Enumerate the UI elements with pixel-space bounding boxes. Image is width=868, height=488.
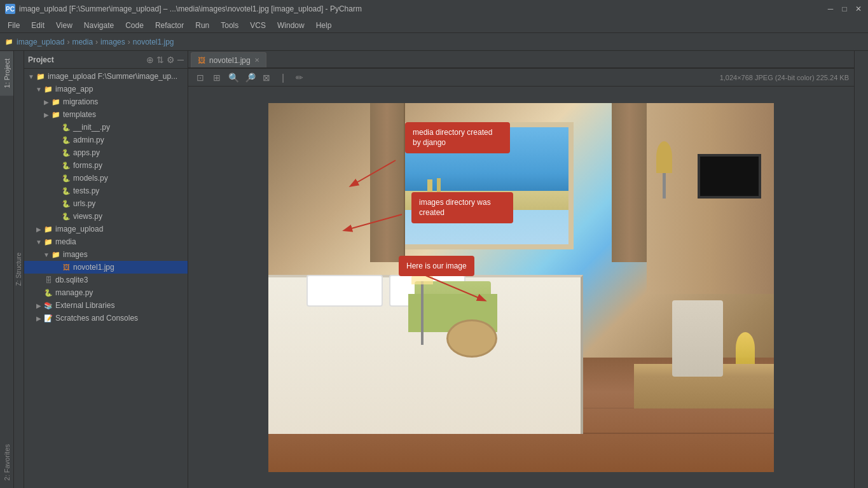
py-icon: 🐍 <box>61 212 71 221</box>
editor-toolbar: ⊡ ⊞ 🔍 🔎 ⊠ | ✏ 1,024×768 JPEG (24-bit col… <box>188 69 854 87</box>
tree-label: views.py <box>73 212 102 221</box>
menu-item-edit[interactable]: Edit <box>26 20 50 31</box>
tree-item-models[interactable]: 🐍 models.py <box>24 172 188 185</box>
py-icon: 🐍 <box>61 174 71 183</box>
py-icon: 🐍 <box>61 199 71 208</box>
tree-item-manage[interactable]: 🐍 manage.py <box>24 286 188 299</box>
settings-icon[interactable]: ⚙ <box>167 55 175 65</box>
side-tab-structure[interactable]: Z: Structure <box>13 245 24 293</box>
tree-item-admin[interactable]: 🐍 admin.py <box>24 134 188 146</box>
hide-icon[interactable]: ─ <box>177 55 184 65</box>
folder-icon: 📁 <box>51 97 61 106</box>
tree-item-images[interactable]: ▼ 📁 images <box>24 248 188 261</box>
hotel-image: media directory created by django images… <box>268 103 774 472</box>
image-viewer: media directory created by django images… <box>188 87 854 488</box>
side-panel-strip: 1: Project 2: Favorites <box>0 51 14 488</box>
tree-item-image-app[interactable]: ▼ 📁 image_app <box>24 83 188 95</box>
close-button[interactable]: ✕ <box>854 4 863 13</box>
tree-label: image_app <box>55 85 93 94</box>
title-bar: PC image_upload [F:\Summer\image_upload]… <box>0 0 868 18</box>
py-icon: 🐍 <box>61 148 71 157</box>
py-icon: 🐍 <box>61 186 71 195</box>
menu-item-tools[interactable]: Tools <box>216 20 244 31</box>
tree-item-templates[interactable]: ▶ 📁 templates <box>24 108 188 121</box>
arrow-icon: ▶ <box>34 226 43 233</box>
tab-bar: 🖼 novotel1.jpg ✕ <box>188 51 854 69</box>
tree-label: urls.py <box>73 199 95 208</box>
tree-item-urls[interactable]: 🐍 urls.py <box>24 197 188 210</box>
tab-novotel[interactable]: 🖼 novotel1.jpg ✕ <box>191 52 266 67</box>
menu-item-view[interactable]: View <box>51 20 78 31</box>
app-icon: PC <box>5 4 15 14</box>
right-strip <box>854 51 868 488</box>
menu-item-run[interactable]: Run <box>190 20 214 31</box>
tree-label: novotel1.jpg <box>73 263 114 272</box>
arrow-icon: ▼ <box>27 73 36 80</box>
py-icon: 🐍 <box>61 123 71 132</box>
sync-icon[interactable]: ⇅ <box>156 55 164 65</box>
tree-label: images <box>63 250 88 259</box>
arrow-icon: ▶ <box>42 99 51 106</box>
maximize-button[interactable]: □ <box>840 4 849 13</box>
project-panel-title: Project <box>28 55 54 64</box>
folder-icon: 📁 <box>43 225 53 234</box>
window-controls: ─ □ ✕ <box>826 4 863 13</box>
menu-item-code[interactable]: Code <box>120 20 149 31</box>
folder-icon: 📁 <box>43 237 53 246</box>
side-tab-project[interactable]: 1: Project <box>0 51 13 95</box>
py-icon: 🐍 <box>61 136 71 144</box>
tree-label: image_upload <box>55 225 103 234</box>
tree-label: admin.py <box>73 136 104 144</box>
tree-item-root[interactable]: ▼ 📁 image_upload F:\Summer\image_up... <box>24 70 188 83</box>
tree-item-media[interactable]: ▼ 📁 media <box>24 235 188 248</box>
menu-item-window[interactable]: Window <box>272 20 310 31</box>
callout-images: images directory was created <box>411 192 513 224</box>
color-picker-button[interactable]: ✏ <box>293 71 307 85</box>
tree-item-migrations[interactable]: ▶ 📁 migrations <box>24 95 188 108</box>
menu-item-vcs[interactable]: VCS <box>245 20 271 31</box>
menu-item-file[interactable]: File <box>3 20 25 31</box>
file-tree: ▼ 📁 image_upload F:\Summer\image_up... ▼… <box>24 69 188 488</box>
py-icon: 🐍 <box>43 288 53 297</box>
breadcrumb-item-1[interactable]: image_upload <box>17 38 64 46</box>
project-panel: Project ⊕ ⇅ ⚙ ─ ▼ 📁 image_upload F:\Summ… <box>24 51 188 488</box>
menu-item-help[interactable]: Help <box>311 20 337 31</box>
tree-item-tests[interactable]: 🐍 tests.py <box>24 185 188 197</box>
tree-item-scratches[interactable]: ▶ 📝 Scratches and Consoles <box>24 312 188 324</box>
tree-item-novotel[interactable]: 🖼 novotel1.jpg <box>24 261 188 274</box>
folder-icon: 📁 <box>51 250 61 259</box>
full-layout: 1: Project 2: Favorites Z: Structure Pro… <box>0 51 868 488</box>
breadcrumb-bar: 📁 image_upload › media › images › novote… <box>0 33 868 51</box>
window-title: image_upload [F:\Summer\image_upload] – … <box>19 4 362 13</box>
fit-page-button[interactable]: ⊠ <box>259 71 273 85</box>
tree-label: migrations <box>63 97 98 106</box>
add-icon[interactable]: ⊕ <box>146 55 154 65</box>
actual-size-button[interactable]: ⊞ <box>210 71 224 85</box>
breadcrumb-item-2[interactable]: media <box>72 38 93 46</box>
tree-item-forms[interactable]: 🐍 forms.py <box>24 159 188 172</box>
menu-item-refactor[interactable]: Refactor <box>150 20 189 31</box>
tree-label: __init__.py <box>73 123 110 132</box>
zoom-out-button[interactable]: 🔎 <box>243 71 257 85</box>
tree-label: forms.py <box>73 161 102 170</box>
tree-label: External Libraries <box>55 301 114 310</box>
tree-item-pkg[interactable]: ▶ 📁 image_upload <box>24 223 188 235</box>
toolbar-left: ⊡ ⊞ 🔍 🔎 ⊠ | ✏ <box>193 71 307 85</box>
tree-item-views[interactable]: 🐍 views.py <box>24 210 188 223</box>
tree-item-ext-libs[interactable]: ▶ 📚 External Libraries <box>24 299 188 312</box>
fit-width-button[interactable]: ⊡ <box>193 71 207 85</box>
tree-item-db[interactable]: 🗄 db.sqlite3 <box>24 274 188 286</box>
content-area: 🖼 novotel1.jpg ✕ ⊡ ⊞ 🔍 🔎 ⊠ | ✏ 1,024×768… <box>188 51 854 488</box>
side-tab-favorites[interactable]: 2: Favorites <box>0 436 13 488</box>
tree-label: templates <box>63 110 96 119</box>
zoom-in-button[interactable]: 🔍 <box>226 71 240 85</box>
arrow-icon: ▶ <box>34 302 43 309</box>
structure-strip: Z: Structure <box>14 51 24 488</box>
menu-item-navigate[interactable]: Navigate <box>79 20 119 31</box>
tab-close-button[interactable]: ✕ <box>254 57 259 64</box>
breadcrumb-item-3[interactable]: images <box>100 38 125 46</box>
tree-item-init[interactable]: 🐍 __init__.py <box>24 121 188 134</box>
tree-item-apps[interactable]: 🐍 apps.py <box>24 146 188 159</box>
breadcrumb-item-4[interactable]: novotel1.jpg <box>133 38 174 46</box>
minimize-button[interactable]: ─ <box>826 4 835 13</box>
